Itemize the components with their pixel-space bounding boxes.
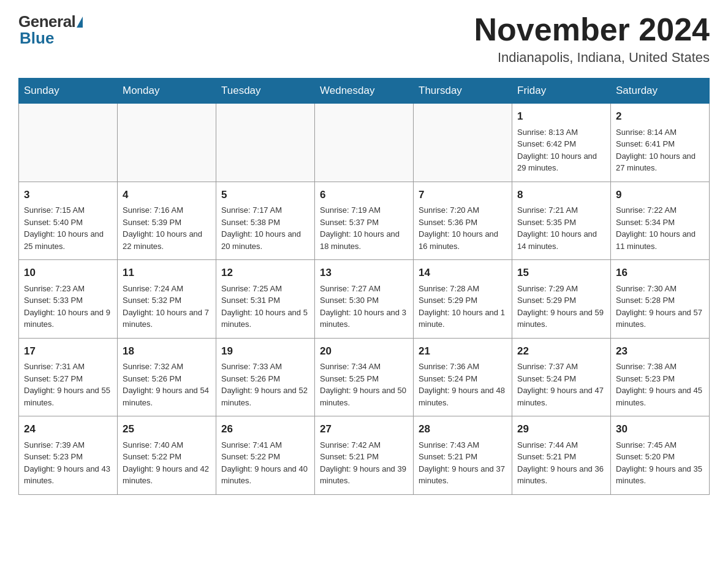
calendar-cell: 28Sunrise: 7:43 AMSunset: 5:21 PMDayligh… [414,416,512,495]
day-info-line: Sunset: 5:30 PM [320,294,408,307]
day-info-line: Sunset: 5:21 PM [320,451,408,463]
calendar-cell: 14Sunrise: 7:28 AMSunset: 5:29 PMDayligh… [414,260,512,339]
calendar-cell: 11Sunrise: 7:24 AMSunset: 5:32 PMDayligh… [118,260,216,339]
day-info-line: Sunset: 5:21 PM [517,451,605,463]
calendar-cell: 18Sunrise: 7:32 AMSunset: 5:26 PMDayligh… [118,338,216,416]
day-info-line: Daylight: 10 hours and 20 minutes. [221,228,309,252]
day-info-line: Daylight: 9 hours and 59 minutes. [517,307,605,331]
day-info-line: Sunrise: 7:17 AM [221,204,309,216]
calendar-week-row-1: 3Sunrise: 7:15 AMSunset: 5:40 PMDaylight… [19,182,710,260]
day-info-line: Daylight: 9 hours and 52 minutes. [221,385,309,408]
calendar-cell: 3Sunrise: 7:15 AMSunset: 5:40 PMDaylight… [19,182,118,260]
day-number: 22 [517,343,605,359]
calendar-cell: 23Sunrise: 7:38 AMSunset: 5:23 PMDayligh… [611,338,710,416]
calendar-cell [414,104,512,182]
calendar-header-thursday: Thursday [414,79,512,104]
day-info-line: Sunrise: 7:30 AM [616,283,704,295]
day-number: 8 [517,187,605,203]
day-info-line: Sunrise: 7:41 AM [221,439,309,451]
day-info-line: Sunset: 5:27 PM [24,373,112,385]
day-info-line: Daylight: 9 hours and 43 minutes. [24,463,112,487]
calendar-cell [315,104,414,182]
day-number: 28 [419,421,507,437]
day-number: 11 [123,265,211,281]
day-number: 26 [221,421,309,437]
day-info-line: Sunrise: 7:42 AM [320,439,408,451]
calendar-cell: 7Sunrise: 7:20 AMSunset: 5:36 PMDaylight… [414,182,512,260]
calendar-cell: 17Sunrise: 7:31 AMSunset: 5:27 PMDayligh… [19,338,118,416]
day-number: 17 [24,343,112,359]
day-number: 20 [320,343,408,359]
day-info-line: Sunset: 6:42 PM [517,138,605,150]
day-info-line: Sunset: 5:21 PM [419,451,507,463]
calendar-cell: 21Sunrise: 7:36 AMSunset: 5:24 PMDayligh… [414,338,512,416]
calendar-cell: 13Sunrise: 7:27 AMSunset: 5:30 PMDayligh… [315,260,414,339]
calendar-cell: 6Sunrise: 7:19 AMSunset: 5:37 PMDaylight… [315,182,414,260]
day-info-line: Sunset: 5:26 PM [123,373,211,385]
day-number: 5 [221,187,309,203]
day-number: 29 [517,421,605,437]
day-number: 19 [221,343,309,359]
day-number: 24 [24,421,112,437]
calendar-week-row-0: 1Sunrise: 8:13 AMSunset: 6:42 PMDaylight… [19,104,710,182]
day-info-line: Sunset: 5:32 PM [123,294,211,307]
day-number: 13 [320,265,408,281]
calendar-week-row-2: 10Sunrise: 7:23 AMSunset: 5:33 PMDayligh… [19,260,710,339]
day-info-line: Sunset: 5:29 PM [419,294,507,307]
day-info-line: Sunset: 6:41 PM [616,138,704,150]
day-info-line: Sunset: 5:34 PM [616,216,704,229]
calendar-cell: 5Sunrise: 7:17 AMSunset: 5:38 PMDaylight… [216,182,315,260]
calendar-cell [118,104,216,182]
day-info-line: Daylight: 9 hours and 39 minutes. [320,463,408,487]
day-info-line: Sunrise: 7:25 AM [221,283,309,295]
day-info-line: Sunrise: 7:37 AM [517,361,605,373]
day-info-line: Daylight: 9 hours and 42 minutes. [123,463,211,487]
day-info-line: Sunrise: 7:22 AM [616,204,704,216]
calendar-header-wednesday: Wednesday [315,79,414,104]
calendar-cell: 26Sunrise: 7:41 AMSunset: 5:22 PMDayligh… [216,416,315,495]
day-info-line: Sunrise: 7:23 AM [24,283,112,295]
day-info-line: Sunrise: 8:13 AM [517,126,605,139]
calendar-header-friday: Friday [512,79,611,104]
calendar-cell: 10Sunrise: 7:23 AMSunset: 5:33 PMDayligh… [19,260,118,339]
day-info-line: Daylight: 10 hours and 1 minute. [419,307,507,331]
day-info-line: Sunset: 5:37 PM [320,216,408,229]
day-info-line: Daylight: 9 hours and 50 minutes. [320,385,408,408]
calendar-cell: 25Sunrise: 7:40 AMSunset: 5:22 PMDayligh… [118,416,216,495]
day-info-line: Sunset: 5:22 PM [123,451,211,463]
day-info-line: Daylight: 10 hours and 9 minutes. [24,307,112,331]
day-number: 23 [616,343,704,359]
day-number: 27 [320,421,408,437]
day-info-line: Sunrise: 7:39 AM [24,439,112,451]
day-number: 25 [123,421,211,437]
day-info-line: Daylight: 9 hours and 54 minutes. [123,385,211,408]
day-info-line: Sunrise: 7:34 AM [320,361,408,373]
day-info-line: Sunset: 5:39 PM [123,216,211,229]
day-info-line: Daylight: 10 hours and 16 minutes. [419,228,507,252]
day-info-line: Sunrise: 8:14 AM [616,126,704,139]
day-info-line: Sunrise: 7:33 AM [221,361,309,373]
day-number: 21 [419,343,507,359]
day-info-line: Sunrise: 7:29 AM [517,283,605,295]
calendar-cell: 9Sunrise: 7:22 AMSunset: 5:34 PMDaylight… [611,182,710,260]
day-info-line: Sunset: 5:35 PM [517,216,605,229]
day-info-line: Sunrise: 7:32 AM [123,361,211,373]
calendar-cell [216,104,315,182]
day-info-line: Daylight: 9 hours and 57 minutes. [616,307,704,331]
day-info-line: Sunrise: 7:44 AM [517,439,605,451]
day-number: 9 [616,187,704,203]
day-number: 15 [517,265,605,281]
day-info-line: Daylight: 9 hours and 36 minutes. [517,463,605,487]
day-info-line: Sunset: 5:25 PM [320,373,408,385]
day-info-line: Sunset: 5:22 PM [221,451,309,463]
day-info-line: Sunrise: 7:31 AM [24,361,112,373]
calendar-cell: 30Sunrise: 7:45 AMSunset: 5:20 PMDayligh… [611,416,710,495]
day-info-line: Sunrise: 7:20 AM [419,204,507,216]
month-title: November 2024 [474,12,710,47]
day-info-line: Daylight: 9 hours and 47 minutes. [517,385,605,408]
calendar-table: SundayMondayTuesdayWednesdayThursdayFrid… [18,78,710,495]
calendar-cell: 22Sunrise: 7:37 AMSunset: 5:24 PMDayligh… [512,338,611,416]
day-info-line: Daylight: 9 hours and 45 minutes. [616,385,704,408]
day-info-line: Daylight: 10 hours and 3 minutes. [320,307,408,331]
day-number: 30 [616,421,704,437]
